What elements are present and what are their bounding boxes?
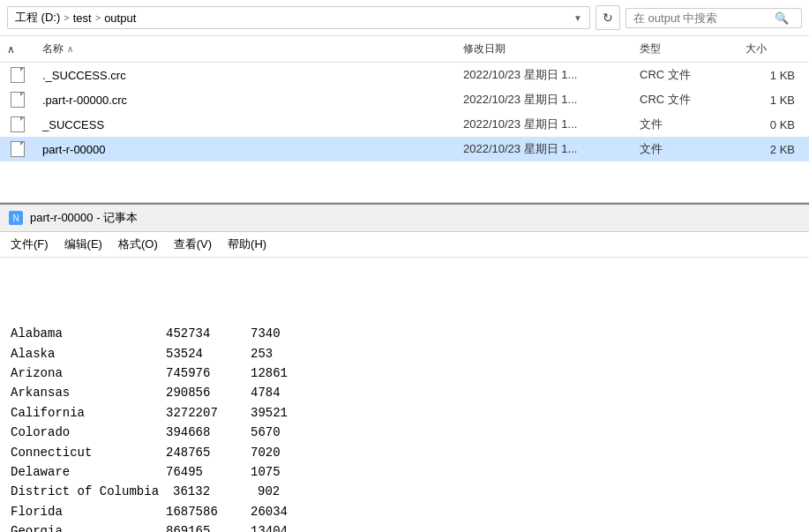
content-line: Connecticut2487657020 (11, 443, 798, 462)
file-icon (11, 141, 25, 157)
file-name: ._SUCCESS.crc (35, 67, 456, 84)
col-header-date[interactable]: 修改日期 (456, 40, 633, 58)
breadcrumb-sep1: > (64, 12, 69, 23)
col3: 4784 (251, 383, 281, 402)
col2: 290856 (166, 383, 236, 402)
address-bar: 工程 (D:) > test > output ▼ ↻ 🔍 (0, 0, 809, 36)
menu-item[interactable]: 格式(O) (111, 234, 165, 255)
file-explorer-panel: 工程 (D:) > test > output ▼ ↻ 🔍 ∧ 名称 ∧ 修改日… (0, 0, 809, 203)
file-icon-cell (0, 141, 35, 157)
state-name: Arizona (11, 363, 152, 383)
col-name-label: 名称 (42, 41, 64, 56)
file-icon-cell (0, 116, 35, 132)
menu-item[interactable]: 编辑(E) (57, 234, 109, 255)
content-line: California327220739521 (11, 403, 798, 423)
file-date: 2022/10/23 星期日 1... (456, 90, 633, 109)
file-icon (11, 92, 25, 108)
search-box: 🔍 (625, 8, 802, 28)
file-date: 2022/10/23 星期日 1... (456, 65, 633, 85)
menu-item[interactable]: 帮助(H) (221, 234, 273, 255)
col3: 7020 (251, 443, 281, 462)
file-date: 2022/10/23 星期日 1... (456, 139, 633, 159)
file-list-header: ∧ 名称 ∧ 修改日期 类型 大小 (0, 36, 809, 63)
content-line: District of Columbia36132902 (11, 482, 798, 501)
table-row[interactable]: part-r-00000 2022/10/23 星期日 1... 文件 2 KB (0, 137, 809, 161)
content-line: Colorado3946685670 (11, 423, 798, 442)
file-name: part-r-00000 (35, 141, 456, 158)
file-size: 0 KB (738, 116, 809, 133)
col-type-label: 类型 (640, 41, 661, 56)
state-name: Delaware (11, 462, 152, 482)
file-type: CRC 文件 (633, 90, 738, 109)
table-row[interactable]: ._SUCCESS.crc 2022/10/23 星期日 1... CRC 文件… (0, 63, 809, 87)
col2: 76495 (166, 462, 236, 482)
breadcrumb-folder2[interactable]: output (104, 11, 136, 25)
content-line: Delaware764951075 (11, 462, 798, 482)
file-size: 1 KB (738, 67, 809, 84)
col3: 7340 (251, 324, 281, 343)
state-name: Arkansas (11, 383, 152, 402)
file-list: ._SUCCESS.crc 2022/10/23 星期日 1... CRC 文件… (0, 63, 809, 202)
search-input[interactable] (633, 11, 775, 25)
col3: 26034 (251, 502, 288, 521)
col-header-type[interactable]: 类型 (633, 40, 738, 58)
file-size: 2 KB (738, 141, 809, 158)
menu-item[interactable]: 文件(F) (4, 234, 56, 255)
breadcrumb[interactable]: 工程 (D:) > test > output ▼ (7, 6, 590, 29)
notepad-titlebar: N part-r-00000 - 记事本 (0, 205, 809, 232)
col-name-sort-icon: ∧ (67, 44, 73, 54)
file-icon-cell (0, 92, 35, 108)
file-type: 文件 (633, 115, 738, 134)
breadcrumb-sep2: > (95, 12, 101, 23)
state-name: District of Columbia (11, 482, 159, 501)
file-size: 1 KB (738, 92, 809, 109)
content-line: Georgia86916513404 (11, 521, 798, 532)
file-type: CRC 文件 (633, 65, 738, 85)
notepad-panel: N part-r-00000 - 记事本 文件(F)编辑(E)格式(O)查看(V… (0, 203, 809, 532)
notepad-title: part-r-00000 - 记事本 (30, 210, 138, 226)
breadcrumb-drive[interactable]: 工程 (D:) (15, 10, 60, 26)
col2: 53524 (166, 344, 236, 363)
table-row[interactable]: .part-r-00000.crc 2022/10/23 星期日 1... CR… (0, 87, 809, 112)
col-date-label: 修改日期 (463, 41, 506, 56)
col2: 1687586 (166, 502, 236, 521)
col3: 253 (251, 344, 273, 363)
notepad-icon: N (9, 211, 23, 225)
refresh-button[interactable]: ↻ (596, 5, 620, 30)
col2: 248765 (166, 443, 236, 462)
notepad-content[interactable]: Alabama4527347340Alaska53524253Arizona74… (0, 258, 809, 532)
file-name: _SUCCESS (35, 116, 456, 133)
col3: 13404 (251, 521, 288, 532)
col-header-size[interactable]: 大小 (738, 40, 809, 58)
content-line: Alabama4527347340 (11, 324, 798, 343)
notepad-menubar: 文件(F)编辑(E)格式(O)查看(V)帮助(H) (0, 232, 809, 258)
col-size-label: 大小 (745, 41, 767, 56)
state-name: Alaska (11, 344, 152, 363)
col3: 5670 (251, 423, 281, 442)
expand-icon: ∧ (7, 43, 15, 56)
content-line: Florida168758626034 (11, 502, 798, 521)
state-name: Connecticut (11, 443, 152, 462)
state-name: Colorado (11, 423, 152, 442)
file-date: 2022/10/23 星期日 1... (456, 115, 633, 134)
state-name: Alabama (11, 324, 152, 343)
menu-item[interactable]: 查看(V) (167, 234, 219, 255)
col2: 394668 (166, 423, 236, 442)
state-name: Florida (11, 502, 152, 521)
state-name: California (11, 403, 152, 423)
state-name: Georgia (11, 521, 152, 532)
col2: 452734 (166, 324, 236, 343)
breadcrumb-dropdown-icon[interactable]: ▼ (573, 13, 582, 23)
content-line: Arkansas2908564784 (11, 383, 798, 402)
col2: 869165 (166, 521, 236, 532)
breadcrumb-folder1[interactable]: test (73, 11, 92, 25)
col-header-name[interactable]: 名称 ∧ (35, 40, 456, 58)
table-row[interactable]: _SUCCESS 2022/10/23 星期日 1... 文件 0 KB (0, 112, 809, 137)
col3: 12861 (251, 363, 288, 383)
file-icon (11, 67, 25, 83)
col2: 3272207 (166, 403, 236, 423)
col-header-toggle: ∧ (0, 40, 35, 58)
col2: 745976 (166, 363, 236, 383)
content-line: Alaska53524253 (11, 344, 798, 363)
col2: 36132 (173, 482, 243, 501)
